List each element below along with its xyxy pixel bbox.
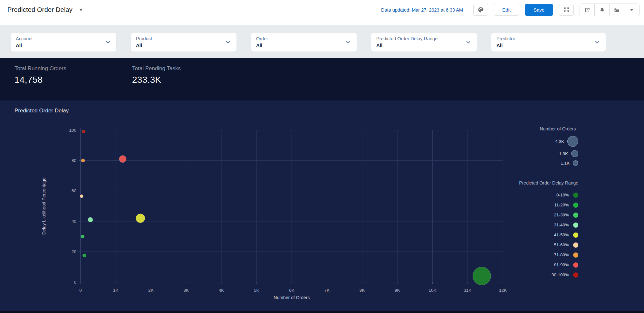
color-legend-item-41-50[interactable]: 41-50% (515, 230, 578, 240)
chart-panel: Predicted Order Delay 01K2K3K4K5K6K7K8K9… (0, 100, 644, 311)
notifications-button[interactable] (595, 4, 610, 16)
bubble-71-80[interactable] (81, 159, 85, 162)
save-button[interactable]: Save (525, 4, 553, 16)
chevron-down-icon (466, 40, 471, 45)
color-legend-item-31-40[interactable]: 31-40% (515, 220, 578, 230)
filter-label: Predicted Order Delay Range (376, 36, 463, 42)
size-legend-circle (571, 150, 578, 157)
x-tick-label: 5K (254, 288, 259, 293)
bubble-81-90[interactable] (119, 156, 126, 163)
size-legend-title: Number of Orders (528, 126, 578, 131)
size-legend-label: 1.1K (561, 161, 570, 166)
palette-icon (478, 7, 484, 13)
bell-icon (599, 7, 605, 13)
color-legend-item-90-100[interactable]: 90-100% (515, 270, 578, 280)
size-legend-circle (573, 160, 578, 166)
color-legend-swatch (573, 232, 578, 238)
color-legend-label: 71-80% (554, 252, 569, 257)
top-bar: Predicted Order Delay ▼ Data updated: Ma… (0, 0, 644, 20)
filter-predicted-order-delay-range[interactable]: Predicted Order Delay RangeAll (371, 33, 477, 52)
y-tick-label: 100 (69, 128, 76, 133)
bubble-51-60[interactable] (80, 194, 83, 198)
color-legend-label: 90-100% (552, 272, 569, 277)
filter-value: All (376, 42, 463, 49)
color-legend-item-21-30[interactable]: 21-30% (515, 210, 578, 220)
more-actions-button[interactable] (624, 4, 639, 16)
filter-order[interactable]: OrderAll (251, 33, 357, 52)
x-tick-label: 8K (360, 288, 365, 293)
color-legend-item-11-20[interactable]: 11-20% (515, 200, 578, 210)
folder-icon (614, 7, 620, 13)
size-legend: Number of Orders4.3K1.9K1.1K (528, 126, 578, 169)
bubble-21-30[interactable] (81, 235, 84, 238)
kpi-value: 14,758 (14, 75, 66, 85)
filter-account[interactable]: AccountAll (11, 33, 116, 52)
color-legend-label: 21-30% (554, 213, 569, 217)
filter-bar: AccountAllProductAllOrderAllPredicted Or… (0, 25, 644, 58)
filter-value: All (136, 42, 222, 49)
size-legend-item-1-9k: 1.9K (528, 150, 578, 157)
size-legend-item-1-1k: 1.1K (528, 160, 578, 166)
x-tick-label: 7K (324, 288, 330, 293)
bubble-11-20[interactable] (83, 254, 86, 257)
color-legend-label: 41-50% (554, 232, 569, 237)
filter-predictor[interactable]: PredictorAll (491, 33, 606, 52)
bubble-31-40[interactable] (88, 217, 93, 222)
color-legend-swatch (573, 252, 578, 258)
x-tick-label: 12K (499, 288, 507, 293)
kpi-value: 233.3K (132, 75, 181, 85)
size-legend-label: 4.3K (555, 139, 564, 144)
dashboard-page: Predicted Order Delay ▼ Data updated: Ma… (0, 0, 644, 313)
color-legend-item-51-60[interactable]: 51-60% (515, 240, 578, 250)
filter-label: Order (256, 36, 342, 42)
kpi-label: Total Pending Tasks (132, 65, 181, 72)
bubble-41-50[interactable] (136, 214, 145, 223)
filter-product[interactable]: ProductAll (131, 33, 236, 52)
color-legend-item-81-90[interactable]: 81-90% (515, 260, 578, 270)
secondary-actions-group (580, 4, 639, 16)
kpi-label: Total Running Orders (14, 65, 66, 72)
color-legend-swatch (573, 242, 578, 248)
chevron-down-icon (226, 40, 231, 45)
color-legend-item-0-10[interactable]: 0-10% (515, 190, 578, 200)
x-tick-label: 0 (79, 288, 82, 293)
filter-value: All (16, 42, 102, 49)
kpi-total-pending-tasks: Total Pending Tasks233.3K (132, 65, 181, 85)
bottom-strip (0, 311, 644, 313)
color-legend-swatch (573, 223, 578, 228)
y-tick-label: 0 (74, 280, 76, 285)
bubble-0-10[interactable] (473, 267, 491, 285)
kpi-band: Total Running Orders14,758Total Pending … (0, 58, 644, 100)
fullscreen-icon (563, 7, 570, 13)
dashboard-title-dropdown[interactable]: Predicted Order Delay ▼ (7, 6, 83, 14)
color-legend-swatch (573, 193, 578, 198)
y-tick-label: 20 (72, 249, 76, 254)
x-tick-label: 3K (183, 288, 189, 293)
bubble-90-100[interactable] (82, 130, 85, 133)
chevron-down-icon (105, 40, 111, 45)
kpi-total-running-orders: Total Running Orders14,758 (14, 65, 66, 85)
fullscreen-button[interactable] (559, 4, 574, 16)
filter-value: All (496, 42, 591, 49)
page-title: Predicted Order Delay (7, 6, 72, 14)
color-legend-label: 51-60% (554, 242, 569, 247)
color-legend-label: 11-20% (554, 203, 569, 207)
folder-button[interactable] (610, 4, 624, 16)
size-legend-item-4-3k: 4.3K (528, 136, 578, 147)
color-legend-item-71-80[interactable]: 71-80% (515, 250, 578, 260)
share-button[interactable] (580, 4, 595, 16)
color-legend: Predicted Order Delay Range0-10%11-20%21… (515, 180, 578, 280)
theme-palette-button[interactable] (473, 4, 488, 16)
y-tick-label: 60 (72, 188, 76, 193)
y-tick-label: 40 (72, 219, 76, 224)
x-tick-label: 9K (395, 288, 400, 293)
color-legend-swatch (573, 272, 578, 278)
filter-value: All (256, 42, 342, 49)
filter-label: Account (16, 36, 102, 42)
edit-button[interactable]: Edit (494, 4, 519, 16)
color-legend-swatch (573, 262, 578, 268)
filter-label: Predictor (496, 36, 591, 42)
y-axis-title: Delay Likelihood Percentage (41, 177, 46, 235)
x-tick-label: 1K (113, 288, 119, 293)
caret-down-icon (629, 7, 635, 13)
